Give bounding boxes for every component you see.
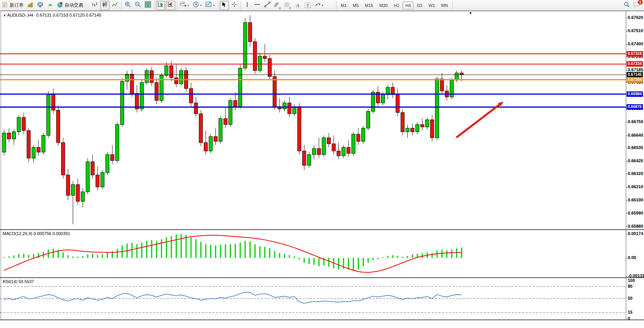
chart-shift-marker[interactable]: ▼ bbox=[469, 11, 472, 15]
timeframe-m30[interactable]: M30 bbox=[377, 2, 390, 9]
line-chart-button[interactable] bbox=[110, 1, 120, 10]
panel-separator[interactable] bbox=[0, 229, 644, 230]
rsi-line bbox=[4, 292, 462, 303]
price-axis-label: 0.67185 bbox=[628, 67, 643, 72]
profiles-button[interactable] bbox=[36, 1, 45, 10]
text-button[interactable]: A bbox=[293, 1, 302, 10]
rsi-panel[interactable] bbox=[0, 278, 626, 319]
indicators-button[interactable]: ▼ bbox=[179, 1, 191, 10]
price-tag[interactable]: 0.67234 bbox=[627, 61, 643, 67]
indicators-icon bbox=[180, 1, 186, 9]
timeframe-m5[interactable]: M5 bbox=[350, 2, 361, 9]
zoom-in-button[interactable] bbox=[123, 1, 132, 10]
channel-letter: E bbox=[279, 7, 281, 10]
timeframe-h4[interactable]: H4 bbox=[403, 2, 413, 9]
macd-label: MACD(12,26,9) 0.000756 0.000391 bbox=[3, 231, 70, 236]
toolbar-separator bbox=[218, 1, 218, 10]
price-axis-tick bbox=[626, 70, 627, 70]
timeframe-mn[interactable]: MN bbox=[439, 2, 451, 9]
timeframe-m15[interactable]: M15 bbox=[362, 2, 376, 9]
macd-histogram bbox=[3, 234, 462, 271]
toolbar-separator bbox=[177, 1, 177, 10]
rsi-axis-label: 15 bbox=[628, 310, 632, 314]
price-axis-border bbox=[626, 11, 626, 320]
toolbar-separator bbox=[241, 1, 241, 10]
cursor-icon bbox=[221, 2, 227, 9]
text-icon: A bbox=[296, 2, 299, 9]
price-axis-label: 0.66425 bbox=[628, 158, 643, 163]
chart-shift-button[interactable] bbox=[166, 1, 175, 10]
time-axis[interactable]: 13 Mar 202314 Mar 12:0015 Mar 04:0015 Ma… bbox=[0, 320, 644, 328]
auto-scroll-button[interactable] bbox=[156, 1, 165, 10]
price-axis-tick bbox=[626, 161, 627, 161]
signals-icon bbox=[47, 2, 53, 9]
rsi-axis-label: 50 bbox=[628, 296, 632, 301]
right-tools: 1 bbox=[622, 1, 642, 10]
vertical-line-icon bbox=[244, 2, 250, 9]
horizontal-line-button[interactable] bbox=[253, 1, 262, 10]
autotrading-button[interactable]: 自动交易 bbox=[56, 1, 84, 10]
macd-axis-label: 0.00174 bbox=[628, 231, 643, 236]
chevron-down-icon: ▼ bbox=[321, 4, 324, 7]
search-icon bbox=[624, 1, 630, 9]
price-tag[interactable]: 0.66984 bbox=[627, 91, 643, 97]
macd-axis-label: 0.00 bbox=[628, 255, 636, 260]
notification-badge: 1 bbox=[637, 0, 643, 5]
timeframe-w1[interactable]: W1 bbox=[426, 2, 438, 9]
price-tag[interactable]: 0.67104 bbox=[627, 77, 643, 82]
chart-menu-caret-icon[interactable]: ▼ bbox=[3, 14, 6, 17]
macd-axis-tick bbox=[626, 276, 627, 276]
new-order-button[interactable]: 新订单 bbox=[1, 1, 25, 10]
arrows-icon bbox=[314, 2, 321, 9]
equidistant-channel-button[interactable]: E bbox=[273, 1, 282, 10]
panel-separator[interactable] bbox=[0, 277, 644, 278]
price-axis-tick bbox=[626, 18, 627, 18]
trendline-button[interactable] bbox=[263, 1, 272, 10]
cursor-button[interactable] bbox=[220, 1, 229, 10]
chart-ohlc: 0.67131 0.67153 0.67120 0.67145 bbox=[36, 13, 101, 17]
chart-shift-icon bbox=[167, 1, 174, 9]
toolbar-separator bbox=[121, 1, 121, 10]
periods-button[interactable]: ▼ bbox=[191, 1, 203, 10]
price-axis-tick bbox=[626, 82, 627, 83]
notifications-button[interactable]: 1 bbox=[632, 1, 641, 10]
timeframe-d1[interactable]: D1 bbox=[414, 2, 425, 9]
text-label-button[interactable]: T bbox=[303, 1, 313, 10]
macd-axis-label: -0.001314 bbox=[628, 273, 644, 278]
chevron-down-icon: ▼ bbox=[187, 4, 190, 7]
chevron-down-icon: ▼ bbox=[213, 4, 215, 7]
horizontal-line-icon bbox=[254, 2, 260, 9]
vertical-line-button[interactable] bbox=[243, 1, 252, 10]
templates-button[interactable]: ▼ bbox=[204, 1, 216, 10]
crosshair-icon bbox=[231, 2, 237, 9]
price-axis-tick bbox=[626, 187, 627, 187]
new-order-label: 新订单 bbox=[10, 2, 24, 9]
bar-chart-icon bbox=[92, 2, 98, 9]
timeframe-h1[interactable]: H1 bbox=[391, 2, 402, 9]
equidistant-channel-icon bbox=[274, 2, 279, 9]
price-axis-tick bbox=[626, 200, 627, 201]
fibonacci-icon bbox=[284, 2, 290, 9]
candlestick-chart-button[interactable] bbox=[100, 1, 109, 10]
price-axis-tick bbox=[626, 122, 627, 122]
price-tag[interactable]: 0.67319 bbox=[627, 51, 643, 57]
bar-chart-button[interactable] bbox=[90, 1, 99, 10]
search-button[interactable] bbox=[622, 1, 631, 10]
fibonacci-button[interactable]: F bbox=[283, 1, 292, 10]
price-axis-tick bbox=[626, 57, 627, 57]
arrows-button[interactable]: ▼ bbox=[313, 1, 325, 10]
toolbar-separator bbox=[452, 1, 453, 10]
price-chart-panel[interactable] bbox=[0, 12, 626, 229]
zoom-out-button[interactable] bbox=[133, 1, 142, 10]
macd-panel[interactable] bbox=[0, 230, 626, 277]
signals-button[interactable] bbox=[46, 1, 55, 10]
market-watch-button[interactable] bbox=[26, 1, 35, 10]
price-tag[interactable]: 0.66876 bbox=[627, 104, 643, 110]
chart-title: ▼ AUDUSD-,H40.67131 0.67153 0.67120 0.67… bbox=[3, 13, 101, 17]
price-lines-layer[interactable] bbox=[0, 54, 626, 107]
price-axis-label: 0.65990 bbox=[628, 211, 643, 215]
tile-windows-button[interactable] bbox=[143, 1, 152, 10]
crosshair-button[interactable] bbox=[230, 1, 239, 10]
zoom-in-icon bbox=[124, 1, 131, 10]
timeframe-m1[interactable]: M1 bbox=[338, 2, 349, 9]
